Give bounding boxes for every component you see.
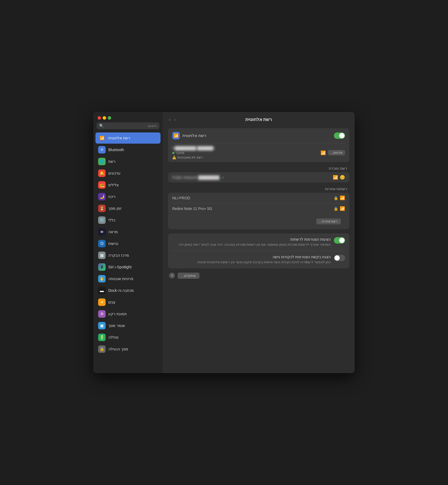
sidebar-item-theme[interactable]: צגים ☀ [95,297,161,308]
sidebar-item-general[interactable]: כללי ⚙️ [95,215,161,226]
dock-icon-sm: ▬ [100,288,104,293]
traffic-lights [98,116,111,120]
traffic-light-yellow[interactable] [103,116,106,120]
sidebar-item-privacy[interactable]: פרטיות ואבטחה ✋ [95,273,161,284]
known-network-name: ████████ Public Network [172,175,219,180]
siri-icon-sm: 🎙 [100,265,104,269]
sidebar-wifi-icon: 📶 [98,134,106,142]
general-icon-sm: ⚙️ [99,218,105,223]
known-network-row: 😐 📶 ✓ ████████ Public Network [168,172,349,183]
appearance-icon-sm: 👁 [100,230,104,234]
page-title: רשת אלחוטית [245,117,272,122]
sidebar-item-focus[interactable]: ריכוז 🌙 [95,191,161,202]
recent-network-name-1: NLI-PROD [172,196,190,200]
wifi-recent-icon-1: 📶 [340,195,345,200]
sidebar-network-icon: 🌐 [98,158,106,165]
sidebar-item-wifi[interactable]: רשת אלחוטית 📶 [95,132,161,144]
sidebar-item-alerts[interactable]: עדכונים 🔔 [95,168,161,179]
help-button[interactable]: ? [169,273,175,278]
sidebar-appearance-icon: 👁 [98,228,106,236]
sidebar-item-privacy-label: פרטיות ואבטחה [108,277,133,281]
sidebar-bluetooth-icon: 𝔅 [98,146,106,153]
sidebar-item-focus-label: ריכוז [108,195,115,199]
main-content: רשת אלחוטית 📶 פרטים... 📶 N████████ █████… [163,126,355,373]
sidebar-focus-icon: 🌙 [98,193,106,200]
wifi-icon-sm: 📶 [99,136,105,140]
network-icons-left: פרטים... 📶 [321,150,345,155]
sidebar-item-wallpaper[interactable]: תמונת רקע ❊ [95,308,161,320]
sidebar-item-theme-label: צגים [108,300,115,304]
screentime-icon-sm: ⏳ [99,206,105,211]
sounds-icon-sm: 📻 [99,183,105,187]
advanced-button[interactable]: מתקדם... [178,273,199,279]
sidebar-item-bluetooth[interactable]: Bluetooth 𝔅 [95,144,161,155]
connected-status: מחובר [172,151,184,155]
wifi-icon-circle: 📶 [172,132,180,139]
sidebar-item-bluetooth-label: Bluetooth [108,148,124,152]
screensaver-icon-sm: ▣ [100,323,104,328]
checkmark-icon: ✓ [222,175,225,180]
sidebar-wallpaper-icon: ❊ [98,310,106,318]
sidebar-top [93,112,163,122]
main-header: ‹ › רשת אלחוטית [163,112,355,126]
wifi-toggle[interactable] [334,132,345,139]
recent-section-heading: רשתות אחרות [169,187,348,191]
sidebar-sounds-icon: 📻 [98,181,106,189]
sidebar-screentime-icon: ⏳ [98,205,106,212]
recent-network-name-2: Redmi Note 11 Pro+ 5G [172,207,212,211]
nav-back-button[interactable]: ‹ [173,117,177,123]
sidebar-item-general-label: כללי [108,218,115,222]
status-dot-green [172,152,174,154]
sidebar-theme-icon: ☀ [98,298,106,306]
sidebar-item-network[interactable]: רשת 🌐 [95,156,161,167]
hotspot-text: הצגת בקשת הצטרפות לנקודות גישה ניתן לאפש… [172,255,331,265]
sidebar-item-accessibility-label: נגישות [108,241,118,246]
sidebar-item-battery-label: סוללה [108,335,118,340]
lock-icon-1: 🔒 [334,196,338,200]
sidebar-siri-icon: 🎙 [98,263,106,271]
sidebar-item-wallpaper-label: תמונת רקע [108,312,127,316]
sidebar-item-screentime[interactable]: זמן מסך ⏳ [95,203,161,214]
auto-join-title: הצעות הצטרפות לרשתות [172,237,331,241]
theme-icon-sm: ☀ [100,300,104,305]
sidebar-item-lock[interactable]: מסך הנעילה 🔒 [95,343,161,355]
wallpaper-icon-sm: ❊ [100,312,104,316]
lock-icon-2: 🔒 [334,207,338,211]
nav-forward-button[interactable]: › [168,117,171,123]
sidebar-item-siri[interactable]: Spotlight-ו Siri 🎙 [95,261,161,273]
sidebar-item-control[interactable]: מרכז הבקרה ▦ [95,250,161,261]
recent-networks-card: 📶 🔒 NLI-PROD 📶 🔒 Redmi Note 11 Pro+ 5G ר… [168,193,349,229]
hotspot-desc: ניתן לאפשר ל-Mac זה לזהות נקודות גישה אי… [172,260,331,265]
control-icon-sm: ▦ [100,253,104,258]
wifi-signal-icon: 📶 [321,150,326,155]
privacy-icon-sm: ✋ [99,276,105,281]
network-info: N████████ ██████k מחובר רשת לא מאובטחת ⚠… [172,146,215,159]
sidebar-item-appearance[interactable]: מראה 👁 [95,226,161,237]
auto-join-toggle[interactable] [334,237,345,244]
sidebar-item-dock[interactable]: מכתבה וה-Dock ▬ [95,285,161,296]
other-network-button[interactable]: רשת אחרת... [316,219,341,224]
sidebar-item-battery[interactable]: סוללה 🔋 [95,332,161,343]
sidebar-screensaver-icon: ▣ [98,322,106,329]
wifi-label-group: רשת אלחוטית 📶 [172,132,206,139]
sidebar-item-alerts-label: עדכונים [108,171,121,175]
auto-join-desc: המכשיר יצטרף לרשתות מוכרות באופן אוטומטי… [172,242,331,247]
sidebar-item-accessibility[interactable]: נגישות ⓘ [95,238,161,249]
wifi-card: רשת אלחוטית 📶 פרטים... 📶 N████████ █████… [168,128,349,162]
sidebar-battery-icon: 🔋 [98,334,106,341]
other-network-container: רשת אחרת... [168,214,349,229]
sidebar-item-sounds[interactable]: צלילים 📻 [95,179,161,191]
search-icon: 🔍 [99,124,104,128]
sidebar-item-screensaver[interactable]: שומר מסך ▣ [95,320,161,331]
main-panel: ‹ › רשת אלחוטית רשת אלחוטית 📶 [163,112,355,373]
focus-icon-sm: 🌙 [99,194,105,199]
recent-icons-2: 📶 🔒 [334,206,345,211]
traffic-light-red[interactable] [98,116,101,120]
sidebar-item-screensaver-label: שומר מסך [108,324,125,328]
toggles-section: הצעות הצטרפות לרשתות המכשיר יצטרף לרשתות… [168,233,349,268]
traffic-light-green[interactable] [108,116,111,120]
hotspot-toggle[interactable] [334,255,345,261]
search-input[interactable] [105,124,157,128]
ports-button[interactable]: פרטים... [328,150,345,155]
wifi-label: רשת אלחוטית [182,133,206,138]
